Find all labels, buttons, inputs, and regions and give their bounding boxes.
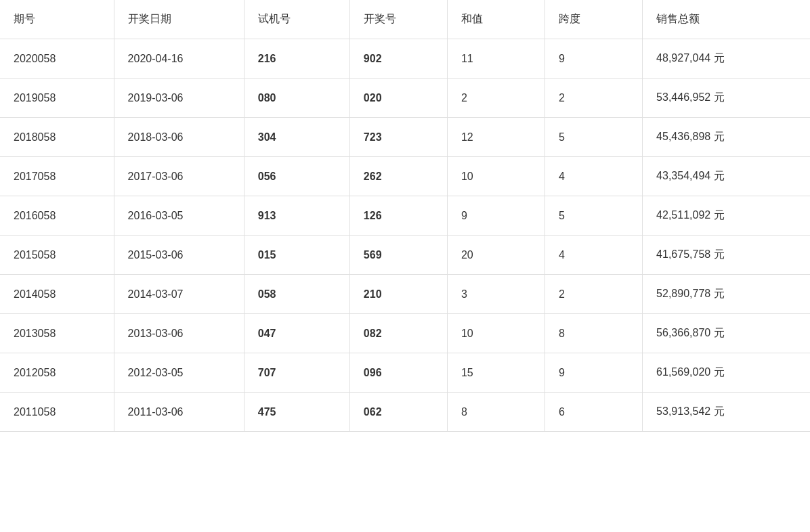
cell-trial: 913 <box>244 196 349 236</box>
cell-sum: 15 <box>447 353 545 393</box>
cell-sum: 2 <box>447 79 545 118</box>
cell-period: 2011058 <box>0 393 114 432</box>
cell-date: 2018-03-06 <box>114 118 244 157</box>
cell-sales: 43,354,494 元 <box>643 157 810 196</box>
cell-period: 2014058 <box>0 275 114 314</box>
cell-date: 2019-03-06 <box>114 79 244 118</box>
cell-winning: 082 <box>349 314 447 353</box>
header-period: 期号 <box>0 0 114 39</box>
cell-period: 2020058 <box>0 39 114 79</box>
cell-span: 4 <box>545 157 643 196</box>
header-row: 期号 开奖日期 试机号 开奖号 和值 跨度 销售总额 <box>0 0 810 39</box>
cell-trial: 080 <box>244 79 349 118</box>
cell-period: 2017058 <box>0 157 114 196</box>
header-span: 跨度 <box>545 0 643 39</box>
cell-sales: 61,569,020 元 <box>643 353 810 393</box>
cell-winning: 062 <box>349 393 447 432</box>
cell-span: 2 <box>545 275 643 314</box>
cell-winning: 902 <box>349 39 447 79</box>
cell-date: 2011-03-06 <box>114 393 244 432</box>
table-row: 20200582020-04-1621690211948,927,044 元 <box>0 39 810 79</box>
cell-span: 2 <box>545 79 643 118</box>
cell-trial: 216 <box>244 39 349 79</box>
cell-date: 2015-03-06 <box>114 236 244 275</box>
cell-winning: 210 <box>349 275 447 314</box>
header-sum: 和值 <box>447 0 545 39</box>
cell-sum: 12 <box>447 118 545 157</box>
cell-sales: 41,675,758 元 <box>643 236 810 275</box>
lottery-table: 期号 开奖日期 试机号 开奖号 和值 跨度 销售总额 20200582020-0… <box>0 0 810 432</box>
table-row: 20190582019-03-060800202253,446,952 元 <box>0 79 810 118</box>
cell-span: 9 <box>545 39 643 79</box>
table-row: 20180582018-03-0630472312545,436,898 元 <box>0 118 810 157</box>
cell-sales: 56,366,870 元 <box>643 314 810 353</box>
cell-trial: 475 <box>244 393 349 432</box>
table-row: 20140582014-03-070582103252,890,778 元 <box>0 275 810 314</box>
cell-sales: 53,913,542 元 <box>643 393 810 432</box>
header-date: 开奖日期 <box>114 0 244 39</box>
table-row: 20170582017-03-0605626210443,354,494 元 <box>0 157 810 196</box>
cell-sum: 10 <box>447 314 545 353</box>
cell-trial: 707 <box>244 353 349 393</box>
cell-sales: 45,436,898 元 <box>643 118 810 157</box>
cell-sum: 20 <box>447 236 545 275</box>
cell-period: 2016058 <box>0 196 114 236</box>
cell-trial: 047 <box>244 314 349 353</box>
table-row: 20160582016-03-059131269542,511,092 元 <box>0 196 810 236</box>
cell-sum: 11 <box>447 39 545 79</box>
cell-trial: 058 <box>244 275 349 314</box>
cell-span: 8 <box>545 314 643 353</box>
cell-date: 2016-03-05 <box>114 196 244 236</box>
table-row: 20130582013-03-0604708210856,366,870 元 <box>0 314 810 353</box>
table-row: 20150582015-03-0601556920441,675,758 元 <box>0 236 810 275</box>
cell-sales: 48,927,044 元 <box>643 39 810 79</box>
table-row: 20120582012-03-0570709615961,569,020 元 <box>0 353 810 393</box>
cell-date: 2012-03-05 <box>114 353 244 393</box>
cell-winning: 262 <box>349 157 447 196</box>
cell-span: 5 <box>545 196 643 236</box>
cell-sales: 53,446,952 元 <box>643 79 810 118</box>
cell-period: 2012058 <box>0 353 114 393</box>
cell-span: 9 <box>545 353 643 393</box>
cell-trial: 056 <box>244 157 349 196</box>
cell-period: 2013058 <box>0 314 114 353</box>
cell-date: 2013-03-06 <box>114 314 244 353</box>
cell-sum: 8 <box>447 393 545 432</box>
cell-span: 4 <box>545 236 643 275</box>
table-row: 20110582011-03-064750628653,913,542 元 <box>0 393 810 432</box>
cell-span: 5 <box>545 118 643 157</box>
header-winning: 开奖号 <box>349 0 447 39</box>
cell-date: 2020-04-16 <box>114 39 244 79</box>
cell-period: 2019058 <box>0 79 114 118</box>
cell-trial: 304 <box>244 118 349 157</box>
cell-sales: 52,890,778 元 <box>643 275 810 314</box>
cell-date: 2014-03-07 <box>114 275 244 314</box>
cell-period: 2018058 <box>0 118 114 157</box>
cell-winning: 020 <box>349 79 447 118</box>
header-trial: 试机号 <box>244 0 349 39</box>
table-container: 期号 开奖日期 试机号 开奖号 和值 跨度 销售总额 20200582020-0… <box>0 0 810 532</box>
cell-span: 6 <box>545 393 643 432</box>
cell-winning: 723 <box>349 118 447 157</box>
header-sales: 销售总额 <box>643 0 810 39</box>
cell-sum: 10 <box>447 157 545 196</box>
cell-sales: 42,511,092 元 <box>643 196 810 236</box>
cell-winning: 096 <box>349 353 447 393</box>
cell-winning: 126 <box>349 196 447 236</box>
cell-sum: 9 <box>447 196 545 236</box>
cell-trial: 015 <box>244 236 349 275</box>
cell-period: 2015058 <box>0 236 114 275</box>
cell-winning: 569 <box>349 236 447 275</box>
cell-sum: 3 <box>447 275 545 314</box>
cell-date: 2017-03-06 <box>114 157 244 196</box>
